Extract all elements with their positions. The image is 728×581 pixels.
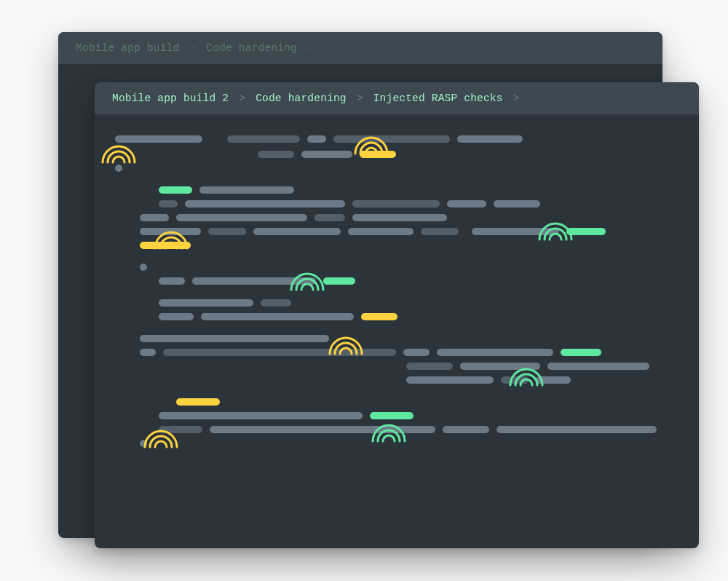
code-line xyxy=(115,375,678,385)
breadcrumb-segment: Mobile app build 2 xyxy=(112,92,229,104)
code-line xyxy=(115,361,678,371)
code-window-front: Mobile app build 2 > Code hardening > In… xyxy=(95,82,699,548)
code-line xyxy=(115,213,678,223)
code-line xyxy=(115,226,678,237)
titlebar: Mobile app build > Code hardening > xyxy=(58,32,662,64)
breadcrumb-segment: Mobile app build xyxy=(76,42,179,54)
code-line xyxy=(115,411,678,421)
code-line xyxy=(115,240,678,250)
code-line xyxy=(115,397,678,407)
breadcrumb-segment: Code hardening xyxy=(206,42,297,54)
code-line xyxy=(115,333,678,344)
code-line xyxy=(115,262,678,272)
breadcrumb-segment: Code hardening xyxy=(256,92,347,104)
chevron-right-icon: > xyxy=(307,42,314,54)
titlebar: Mobile app build 2 > Code hardening > In… xyxy=(95,82,699,114)
code-body xyxy=(95,114,699,467)
code-line xyxy=(115,149,678,159)
code-line xyxy=(115,312,678,322)
chevron-right-icon: > xyxy=(513,92,520,104)
breadcrumb-segment: Injected RASP checks xyxy=(373,92,503,104)
code-line xyxy=(115,276,678,286)
code-line xyxy=(115,185,678,195)
code-line xyxy=(115,133,678,146)
code-line xyxy=(115,298,678,308)
code-line xyxy=(115,438,678,448)
chevron-right-icon: > xyxy=(239,92,245,104)
code-line xyxy=(115,347,678,357)
chevron-right-icon: > xyxy=(189,42,196,54)
code-line xyxy=(115,199,678,209)
code-line xyxy=(115,424,678,435)
chevron-right-icon: > xyxy=(357,92,363,104)
code-line xyxy=(115,163,678,173)
